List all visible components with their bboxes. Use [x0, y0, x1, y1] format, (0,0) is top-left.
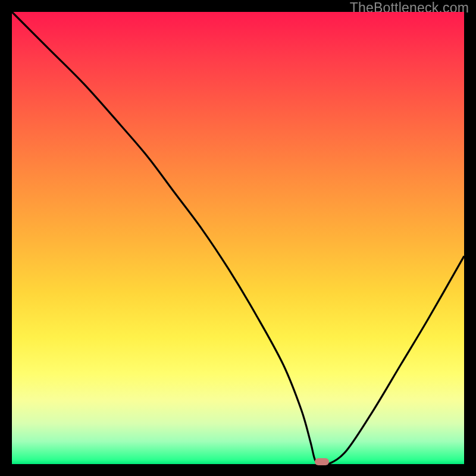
- bottleneck-curve: [12, 12, 464, 464]
- chart-frame: TheBottleneck.com: [0, 0, 476, 476]
- optimal-point-marker: [315, 458, 329, 465]
- curve-path: [12, 12, 464, 465]
